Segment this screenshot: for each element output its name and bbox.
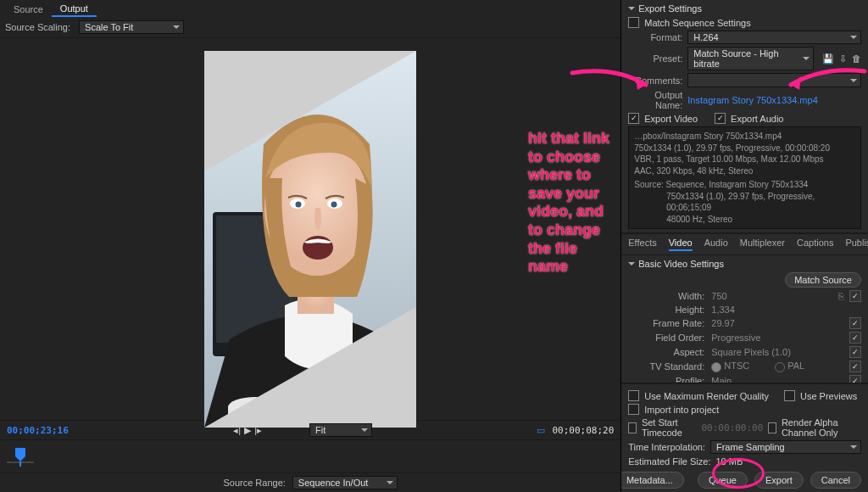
est-filesize-label: Estimated File Size: <box>628 456 710 467</box>
est-filesize-value: 10 MB <box>715 456 743 467</box>
framerate-label: Frame Rate: <box>628 318 711 328</box>
aspect-match-checkbox[interactable] <box>849 346 861 358</box>
width-match-checkbox[interactable] <box>849 290 861 302</box>
profile-match-checkbox[interactable] <box>849 375 861 383</box>
tab-captions[interactable]: Captions <box>797 238 833 251</box>
match-sequence-label: Match Sequence Settings <box>644 18 750 28</box>
export-button[interactable]: Export <box>754 472 804 489</box>
timecode-in[interactable]: 00;00;23;16 <box>7 425 69 436</box>
tab-publish[interactable]: Publish <box>845 238 868 251</box>
tab-video[interactable]: Video <box>669 238 693 251</box>
pal-radio[interactable] <box>775 362 785 372</box>
source-scaling-dropdown[interactable]: Scale To Fit <box>79 20 184 34</box>
save-preset-icon[interactable]: 💾 <box>822 53 834 64</box>
render-alpha-checkbox[interactable] <box>768 422 776 433</box>
aspect-value[interactable]: Square Pixels (1.0) <box>711 347 849 357</box>
source-range-label: Source Range: <box>223 478 285 488</box>
tvstd-match-checkbox[interactable] <box>849 361 861 372</box>
export-audio-label: Export Audio <box>731 114 783 124</box>
tab-source[interactable]: Source <box>5 3 52 16</box>
output-name-label: Output Name: <box>628 90 682 110</box>
fieldorder-label: Field Order: <box>628 333 711 343</box>
export-audio-checkbox[interactable] <box>715 113 726 124</box>
svg-point-9 <box>331 202 337 208</box>
export-video-label: Export Video <box>644 114 698 124</box>
preview-area: hit that link to choose where to save yo… <box>0 38 620 420</box>
export-settings-header[interactable]: Export Settings <box>628 3 861 14</box>
format-dropdown[interactable]: H.264 <box>687 31 861 44</box>
export-video-checkbox[interactable] <box>628 113 639 124</box>
comments-input[interactable] <box>687 73 861 87</box>
match-source-button[interactable]: Match Source <box>785 272 861 288</box>
tab-audio[interactable]: Audio <box>704 238 728 251</box>
framerate-match-checkbox[interactable] <box>849 317 861 329</box>
use-max-quality-checkbox[interactable] <box>628 390 639 401</box>
source-scaling-label: Source Scaling: <box>5 22 70 32</box>
framerate-value[interactable]: 29.97 <box>711 318 849 328</box>
set-start-tc-checkbox[interactable] <box>628 422 637 433</box>
time-interp-label: Time Interpolation: <box>628 442 705 452</box>
time-interp-dropdown[interactable]: Frame Sampling <box>710 440 861 454</box>
height-label: Height: <box>628 305 711 315</box>
height-value[interactable]: 1,334 <box>711 305 861 315</box>
width-label: Width: <box>628 291 711 301</box>
comments-label: Comments: <box>628 75 682 86</box>
basic-video-settings-header[interactable]: Basic Video Settings <box>628 259 861 269</box>
svg-rect-17 <box>19 461 21 467</box>
link-dimensions-icon[interactable]: ⎘ <box>838 291 844 301</box>
effects-tabbar: Effects Video Audio Multiplexer Captions… <box>621 233 868 255</box>
profile-value[interactable]: Main <box>711 376 849 383</box>
metadata-button[interactable]: Metadata... <box>621 472 684 489</box>
fieldorder-match-checkbox[interactable] <box>849 332 861 344</box>
tvstd-label: TV Standard: <box>628 361 711 372</box>
preview-tabbar: Source Output <box>0 0 620 17</box>
preset-label: Preset: <box>628 53 682 64</box>
svg-point-7 <box>296 202 302 208</box>
delete-preset-icon[interactable]: 🗑 <box>852 53 861 64</box>
queue-button[interactable]: Queue <box>698 472 748 489</box>
fieldorder-value[interactable]: Progressive <box>711 333 849 343</box>
start-tc-value[interactable]: 00:00:00:00 <box>701 422 763 433</box>
transport-bar: 00;00;23;16 ◂| ▶ |▸ Fit ▭ 00;00;08;20 <box>0 420 620 439</box>
tab-multiplexer[interactable]: Multiplexer <box>740 238 785 251</box>
import-project-checkbox[interactable] <box>628 404 639 415</box>
source-range-dropdown[interactable]: Sequence In/Out <box>292 476 398 489</box>
import-preset-icon[interactable]: ⇩ <box>839 53 847 64</box>
width-value[interactable]: 750 <box>711 291 833 301</box>
timeline-playhead[interactable] <box>7 446 34 467</box>
format-label: Format: <box>628 32 682 42</box>
timecode-out[interactable]: 00;00;08;20 <box>552 425 614 436</box>
use-previews-checkbox[interactable] <box>784 390 795 401</box>
tab-effects[interactable]: Effects <box>628 238 656 251</box>
aspect-overlay-icon[interactable]: ▭ <box>537 425 545 436</box>
aspect-label: Aspect: <box>628 347 711 357</box>
zoom-fit-dropdown[interactable]: Fit <box>309 423 372 437</box>
video-preview[interactable] <box>204 51 416 428</box>
svg-marker-16 <box>15 448 25 461</box>
annotation-line1: hit that link to choose where to <box>528 130 620 185</box>
ntsc-radio[interactable] <box>711 362 721 372</box>
annotation-line2: save your video, and to change <box>528 185 620 240</box>
annotation-line3: the file name <box>528 240 620 277</box>
profile-label: Profile: <box>628 376 711 383</box>
export-summary: …pbox/Instagram Story 750x1334.mp4 750x1… <box>628 126 861 229</box>
output-name-link[interactable]: Instagram Story 750x1334.mp4 <box>687 95 817 105</box>
cancel-button[interactable]: Cancel <box>810 472 861 489</box>
match-sequence-checkbox[interactable] <box>628 17 639 28</box>
tab-output[interactable]: Output <box>52 2 97 17</box>
preset-dropdown[interactable]: Match Source - High bitrate <box>687 47 814 70</box>
